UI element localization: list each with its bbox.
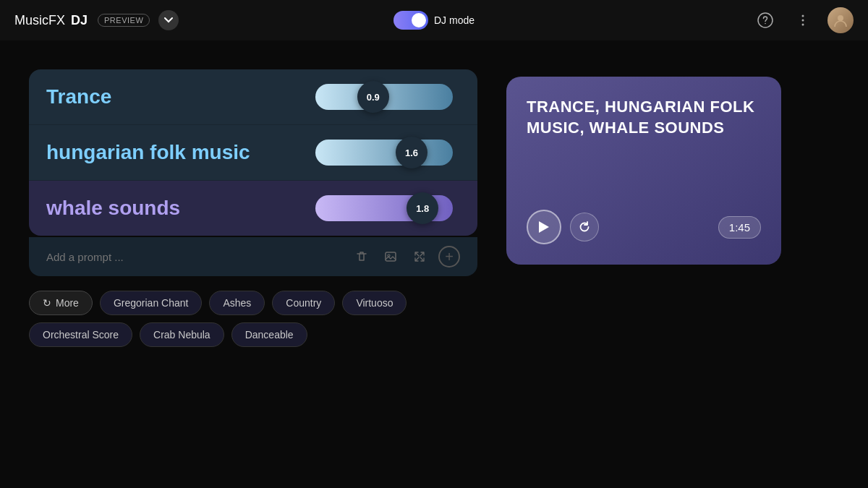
prompt-name-folk: hungarian folk music [46, 140, 315, 165]
play-button[interactable] [527, 210, 561, 244]
refresh-button[interactable] [570, 213, 599, 241]
slider-thumb-trance[interactable]: 0.9 [357, 81, 389, 113]
svg-point-5 [838, 15, 843, 21]
dj-label: DJ [71, 13, 88, 28]
svg-point-7 [388, 254, 390, 257]
slider-track-folk: 1.6 [315, 140, 453, 166]
suggestion-area: ↻ More Gregorian Chant Ashes Country Vir… [29, 291, 477, 347]
dj-mode-toggle[interactable] [393, 11, 428, 30]
chip-country[interactable]: Country [272, 291, 335, 315]
slider-track-whale: 1.8 [315, 195, 453, 221]
slider-thumb-whale[interactable]: 1.8 [407, 192, 438, 224]
app-name: MusicFX [14, 13, 65, 28]
chip-crab-nebula[interactable]: Crab Nebula [140, 322, 224, 347]
add-prompt-input[interactable] [46, 251, 343, 263]
dj-mode-container: DJ mode [393, 11, 475, 30]
svg-point-3 [802, 20, 804, 22]
prompt-name-trance: Trance [46, 85, 315, 109]
slider-folk[interactable]: 1.6 [315, 140, 460, 166]
svg-point-4 [802, 24, 804, 26]
header: MusicFX DJ PREVIEW DJ mode [0, 0, 868, 40]
header-actions [752, 7, 854, 33]
add-prompt-row: + [29, 237, 477, 276]
chip-virtuoso[interactable]: Virtuoso [342, 291, 407, 315]
prompt-item-folk[interactable]: hungarian folk music 1.6 [29, 125, 477, 181]
help-button[interactable] [752, 7, 778, 33]
refresh-icon: ↻ [43, 297, 51, 309]
dj-mode-toggle-area: DJ mode [393, 11, 475, 30]
more-label: More [56, 297, 79, 309]
chip-gregorian-chant[interactable]: Gregorian Chant [100, 291, 203, 315]
svg-point-1 [765, 23, 766, 25]
chip-danceable[interactable]: Danceable [231, 322, 307, 347]
toggle-thumb [412, 13, 426, 27]
avatar[interactable] [827, 7, 854, 33]
slider-thumb-folk[interactable]: 1.6 [396, 137, 427, 168]
chip-ashes[interactable]: Ashes [209, 291, 265, 315]
left-panel: Trance 0.9 hungarian folk music 1.6 [29, 69, 477, 474]
toggle-track [393, 11, 428, 30]
image-button[interactable] [380, 247, 401, 267]
slider-whale[interactable]: 1.8 [315, 195, 460, 221]
svg-point-2 [802, 15, 804, 17]
player-controls: 1:45 [527, 210, 761, 244]
expand-button[interactable] [409, 247, 430, 267]
right-panel: TRANCE, HUNGARIAN FOLK MUSIC, WHALE SOUN… [506, 69, 839, 474]
slider-track-trance: 0.9 [315, 84, 453, 110]
prompt-actions: + [352, 246, 460, 267]
player-card: TRANCE, HUNGARIAN FOLK MUSIC, WHALE SOUN… [506, 77, 781, 265]
time-badge: 1:45 [718, 216, 761, 239]
chip-orchestral-score[interactable]: Orchestral Score [29, 322, 132, 347]
svg-rect-6 [386, 252, 396, 261]
more-options-button[interactable] [790, 7, 816, 33]
prompt-list: Trance 0.9 hungarian folk music 1.6 [29, 69, 477, 236]
dropdown-button[interactable] [158, 10, 179, 30]
add-prompt-button[interactable]: + [438, 246, 460, 267]
more-chip[interactable]: ↻ More [29, 291, 93, 315]
logo: MusicFX DJ PREVIEW [14, 10, 179, 30]
prompt-name-whale: whale sounds [46, 196, 315, 221]
preview-badge: PREVIEW [98, 14, 150, 27]
prompt-item-whale[interactable]: whale sounds 1.8 [29, 181, 477, 236]
player-title: TRANCE, HUNGARIAN FOLK MUSIC, WHALE SOUN… [527, 97, 761, 138]
slider-trance[interactable]: 0.9 [315, 84, 460, 110]
main-content: Trance 0.9 hungarian folk music 1.6 [0, 40, 868, 488]
delete-button[interactable] [352, 247, 372, 267]
dj-mode-label: DJ mode [434, 14, 475, 26]
prompt-item-trance[interactable]: Trance 0.9 [29, 69, 477, 125]
